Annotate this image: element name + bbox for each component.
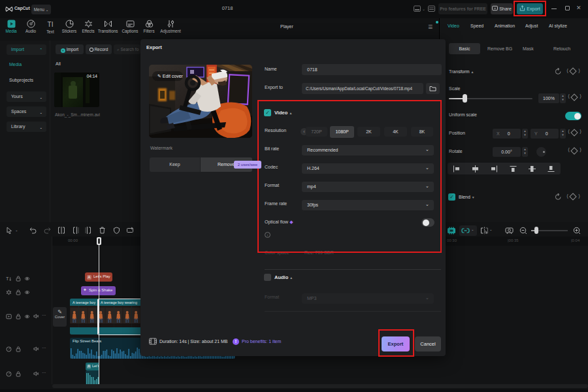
svg-text:✎ Edit cover: ✎ Edit cover bbox=[157, 74, 184, 78]
svg-text:T: T bbox=[6, 276, 9, 282]
